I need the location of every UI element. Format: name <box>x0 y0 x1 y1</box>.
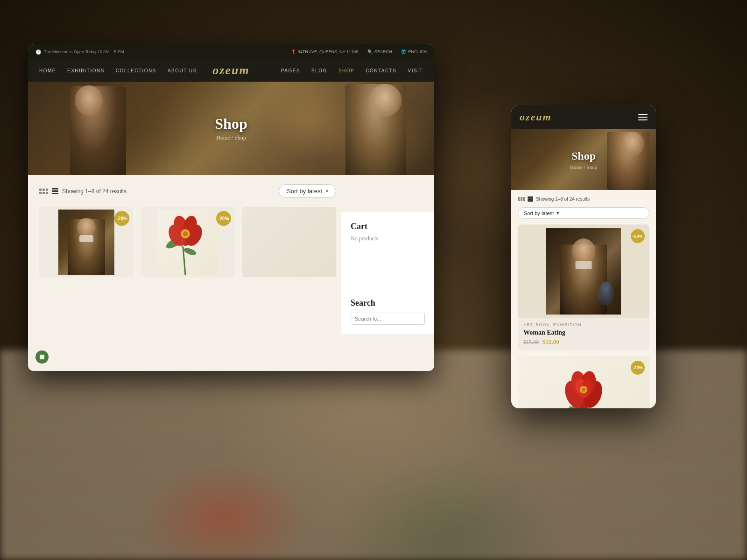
topbar-right: 📍 34TH AVE, QUEENS, NY 11106 🔍 SEARCH 🌐 … <box>291 49 427 54</box>
nav-home[interactable]: HOME <box>39 68 56 73</box>
product-card-2[interactable]: -20% <box>141 207 234 277</box>
mobile-hero: Shop Home / Shop <box>511 129 656 190</box>
mobile-product-price-1: $15.00 $12.00 <box>523 338 644 346</box>
hero-figure-left <box>61 82 163 175</box>
mobile-product-tags-1: ART, BOOK, EXHIBITION <box>523 322 644 327</box>
search-widget-title: Search <box>351 298 425 308</box>
nav-right: PAGES BLOG SHOP CONTACTS VISIT <box>281 68 423 73</box>
nav-exhibitions[interactable]: EXHIBITIONS <box>67 68 105 73</box>
shop-toolbar: Showing 1–8 of 24 results Sort by latest… <box>39 184 336 198</box>
discount-badge-2: -20% <box>216 211 231 226</box>
hero-breadcrumb: Home / Shop <box>216 134 246 141</box>
desktop-topbar: 🕐 The Museum is Open Today 10 AM – 5 PM … <box>28 44 434 59</box>
search-icon: 🔍 <box>367 49 373 54</box>
nav-left: HOME EXHIBITIONS COLLECTIONS ABOUT US <box>39 68 197 73</box>
mobile-list-view-button[interactable] <box>528 196 533 202</box>
mobile-logo[interactable]: ozeum <box>520 111 552 123</box>
mobile-price-new-1: $12.00 <box>543 338 559 346</box>
nav-contacts[interactable]: CONTACTS <box>366 68 396 73</box>
nav-blog[interactable]: BLOG <box>311 68 327 73</box>
mobile-sort-label: Sort by latest <box>524 210 554 216</box>
address-section: 📍 34TH AVE, QUEENS, NY 11106 <box>291 49 358 54</box>
sort-chevron-icon: ▾ <box>326 189 328 194</box>
painting-thumbnail-1 <box>58 210 114 275</box>
nav-collections[interactable]: COLLECTIONS <box>116 68 156 73</box>
cart-panel: Cart No products Search <box>341 212 434 334</box>
flower-illustration <box>553 361 614 408</box>
mobile-browser-window: ozeum Shop Home / Shop <box>511 105 656 408</box>
mobile-sort-dropdown[interactable]: Sort by latest ▾ <box>518 207 649 219</box>
mobile-toolbar: Showing 1–8 of 24 results <box>518 196 649 202</box>
mobile-sort-chevron-icon: ▾ <box>557 210 559 216</box>
hamburger-line-3 <box>638 119 648 120</box>
search-label: SEARCH <box>374 49 392 54</box>
hero-title: Shop <box>215 115 247 133</box>
stop-button[interactable] <box>35 350 49 364</box>
nav-shop[interactable]: SHOP <box>338 68 354 73</box>
search-input-wrapper <box>351 313 425 325</box>
topbar-left: 🕐 The Museum is Open Today 10 AM – 5 PM <box>35 49 124 55</box>
mobile-nav: ozeum <box>511 105 656 129</box>
showing-results-text: Showing 1–8 of 24 results <box>62 188 127 195</box>
product-image-3 <box>242 207 336 277</box>
nav-about[interactable]: ABOUT US <box>168 68 197 73</box>
product-card-3[interactable] <box>242 207 336 277</box>
mobile-content: Showing 1–8 of 24 results Sort by latest… <box>511 190 656 408</box>
hamburger-line-2 <box>638 117 648 118</box>
globe-icon: 🌐 <box>401 49 406 54</box>
search-widget: Search <box>351 298 425 325</box>
mobile-hero-title: Shop <box>571 150 596 162</box>
product-card-1[interactable]: -20% <box>39 207 133 277</box>
nav-pages[interactable]: PAGES <box>281 68 300 73</box>
mobile-grid-view-button[interactable] <box>518 197 525 202</box>
clock-icon: 🕐 <box>35 49 41 55</box>
svg-point-10 <box>183 231 188 236</box>
language-text: ENGLISH <box>408 49 427 54</box>
cart-empty-text: No products <box>351 235 425 242</box>
view-controls: Showing 1–8 of 24 results <box>39 188 127 195</box>
search-input[interactable] <box>351 313 424 324</box>
stop-icon <box>40 355 44 359</box>
hamburger-button[interactable] <box>638 114 648 120</box>
mobile-discount-badge-2: -20% <box>631 361 645 375</box>
mobile-product-image-1: -20% <box>518 224 649 318</box>
mobile-hero-figure <box>600 129 651 190</box>
desktop-browser-window: 🕐 The Museum is Open Today 10 AM – 5 PM … <box>28 44 434 371</box>
location-icon: 📍 <box>291 49 296 54</box>
floral-thumbnail-2 <box>157 210 218 275</box>
museum-hours: The Museum is Open Today 10 AM – 5 PM <box>44 49 124 54</box>
sort-label: Sort by latest <box>287 188 322 195</box>
mobile-hero-breadcrumb: Home / Shop <box>570 164 597 170</box>
address-text: 34TH AVE, QUEENS, NY 11106 <box>298 49 358 54</box>
site-logo[interactable]: ozeum <box>212 63 249 77</box>
mobile-showing-text: Showing 1–8 of 24 results <box>536 196 590 202</box>
sort-dropdown[interactable]: Sort by latest ▾ <box>279 184 336 198</box>
shop-content-area: Showing 1–8 of 24 results Sort by latest… <box>28 175 434 287</box>
hero-figure-right <box>294 82 411 175</box>
mobile-view-controls: Showing 1–8 of 24 results <box>518 196 590 202</box>
nav-visit[interactable]: VISIT <box>408 68 423 73</box>
desktop-hero: Shop Home / Shop <box>28 82 434 175</box>
mobile-price-old-1: $15.00 <box>523 339 539 346</box>
topbar-search-button[interactable]: 🔍 SEARCH <box>367 49 392 54</box>
mobile-product-name-1: Woman Eating <box>523 329 644 336</box>
language-selector[interactable]: 🌐 ENGLISH <box>401 49 427 54</box>
products-grid: -20% <box>39 207 336 277</box>
mobile-product-image-2: -20% <box>518 356 649 408</box>
mobile-discount-badge-1: -20% <box>631 229 645 243</box>
mobile-product-card-1[interactable]: -20% 🛒 ♡ ⊞ ART, BOOK, EXHIBITION Woman E… <box>518 224 649 350</box>
desktop-nav: HOME EXHIBITIONS COLLECTIONS ABOUT US oz… <box>28 59 434 82</box>
mobile-product-card-2[interactable]: -20% <box>518 356 649 408</box>
cart-title: Cart <box>351 222 425 231</box>
svg-point-3 <box>183 247 197 257</box>
mobile-painting-thumbnail <box>546 228 621 315</box>
list-view-button[interactable] <box>52 188 58 194</box>
hamburger-line-1 <box>638 114 648 115</box>
mobile-product-info-1: ART, BOOK, EXHIBITION Woman Eating $15.0… <box>518 318 649 350</box>
grid-view-button[interactable] <box>39 189 48 194</box>
svg-point-24 <box>582 388 585 392</box>
